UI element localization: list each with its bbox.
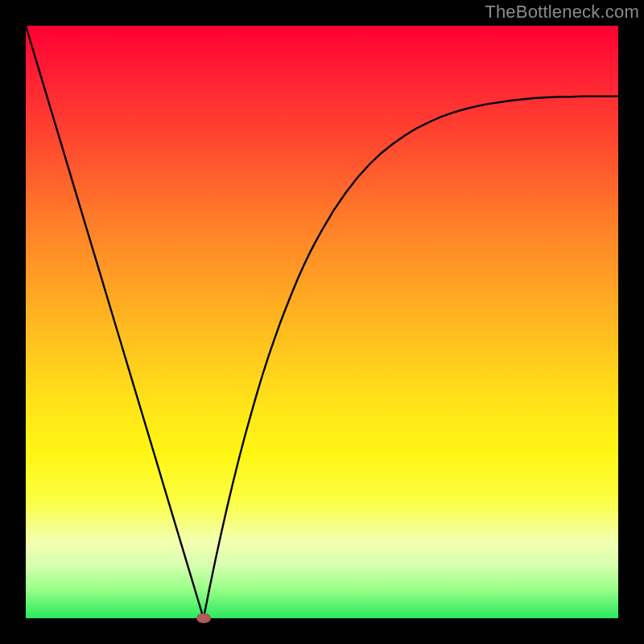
curve-svg [26,26,618,618]
chart-frame: TheBottleneck.com [0,0,644,644]
plot-area [26,26,618,618]
watermark-text: TheBottleneck.com [485,2,639,23]
minimum-point-marker [196,613,211,623]
bottleneck-curve [26,26,618,618]
